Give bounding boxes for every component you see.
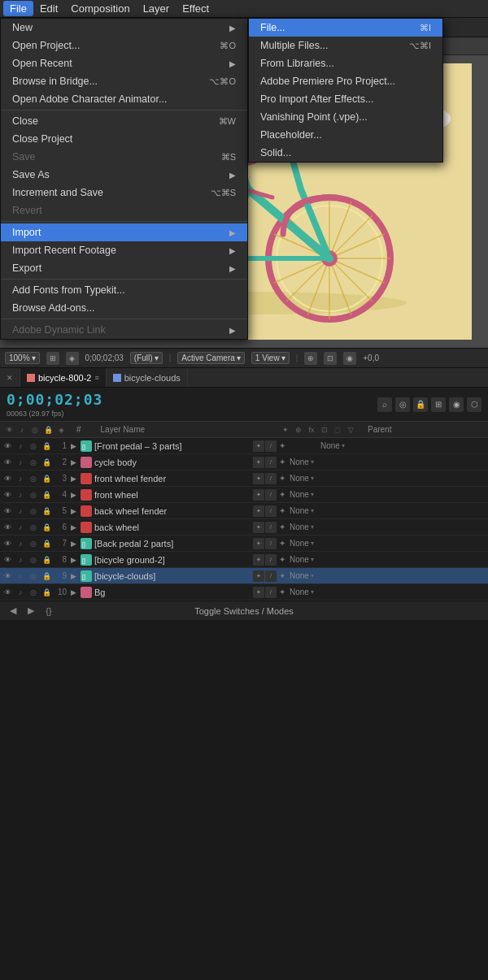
tl-bottom-icon-3[interactable]: {}	[42, 605, 55, 618]
expand-10[interactable]: ▶	[68, 588, 78, 596]
comp-bar-icon-1[interactable]: ⊞	[46, 352, 59, 365]
menu-save-as[interactable]: Save As ▶	[1, 166, 247, 184]
solo-toggle-4[interactable]: ◎	[28, 489, 39, 501]
menu-item-effect[interactable]: Effect	[176, 1, 216, 16]
import-solid[interactable]: Solid...	[249, 144, 442, 162]
solo-toggle-7[interactable]: ◎	[28, 538, 39, 549]
eye-toggle-10[interactable]: 👁	[2, 587, 13, 598]
audio-toggle-8[interactable]: ♪	[15, 554, 26, 566]
menu-revert[interactable]: Revert	[1, 202, 247, 219]
quality-dropdown[interactable]: (Full) ▾	[130, 352, 163, 364]
expand-2[interactable]: ▶	[68, 458, 78, 466]
lock-toggle-4[interactable]: 🔒	[41, 489, 52, 501]
expand-9[interactable]: ▶	[68, 572, 78, 580]
lock-toggle-6[interactable]: 🔒	[41, 522, 52, 533]
audio-toggle-10[interactable]: ♪	[15, 587, 26, 598]
tl-tab-close[interactable]: ✕	[0, 368, 20, 387]
audio-toggle-3[interactable]: ♪	[15, 473, 26, 484]
comp-bar-icon-2[interactable]: ◈	[66, 352, 79, 365]
eye-toggle-8[interactable]: 👁	[2, 554, 13, 566]
tl-switches-icon[interactable]: ⊞	[431, 397, 446, 412]
lock-toggle-9[interactable]: 🔒	[41, 570, 52, 582]
menu-item-composition[interactable]: Composition	[64, 1, 136, 16]
timecode-display[interactable]: 0;00;02;03	[7, 391, 102, 408]
lock-toggle-7[interactable]: 🔒	[41, 538, 52, 549]
parent-select-2[interactable]: None ▾	[290, 457, 314, 466]
parent-select-9[interactable]: None ▾	[290, 571, 314, 580]
menu-export[interactable]: Export ▶	[1, 259, 247, 277]
expand-1[interactable]: ▶	[68, 442, 78, 450]
import-vanishing-point[interactable]: Vanishing Point (.vpe)...	[249, 108, 442, 126]
tl-lock-icon[interactable]: 🔒	[413, 397, 428, 412]
menu-item-edit[interactable]: Edit	[33, 1, 64, 16]
solo-toggle-6[interactable]: ◎	[28, 522, 39, 533]
parent-select-8[interactable]: None ▾	[290, 555, 314, 564]
audio-toggle-2[interactable]: ♪	[15, 457, 26, 468]
parent-select-4[interactable]: None ▾	[290, 490, 314, 499]
parent-select-1[interactable]: None ▾	[320, 441, 345, 450]
comp-bar-icon-5[interactable]: ◉	[343, 352, 356, 365]
expand-3[interactable]: ▶	[68, 475, 78, 483]
expand-6[interactable]: ▶	[68, 523, 78, 531]
menu-new[interactable]: New ▶	[1, 19, 247, 37]
import-placeholder[interactable]: Placeholder...	[249, 126, 442, 144]
audio-toggle-1[interactable]: ♪	[15, 440, 26, 452]
menu-close-project[interactable]: Close Project	[1, 130, 247, 148]
tl-tab-clouds[interactable]: bicycle-clouds	[107, 368, 188, 387]
lock-toggle-1[interactable]: 🔒	[41, 440, 52, 452]
menu-add-fonts[interactable]: Add Fonts from Typekit...	[1, 281, 247, 299]
menu-item-layer[interactable]: Layer	[137, 1, 176, 16]
tl-tab-options[interactable]: ≡	[94, 374, 98, 382]
parent-select-3[interactable]: None ▾	[290, 474, 314, 483]
import-pro-import[interactable]: Pro Import After Effects...	[249, 90, 442, 108]
lock-toggle-2[interactable]: 🔒	[41, 457, 52, 468]
view-dropdown[interactable]: 1 View ▾	[251, 352, 290, 364]
solo-toggle-10[interactable]: ◎	[28, 587, 39, 598]
expand-7[interactable]: ▶	[68, 540, 78, 548]
tl-motion-blur-icon[interactable]: ◉	[449, 397, 464, 412]
import-premiere-pro[interactable]: Adobe Premiere Pro Project...	[249, 72, 442, 90]
audio-toggle-9[interactable]: ♪	[15, 570, 26, 582]
eye-toggle-3[interactable]: 👁	[2, 473, 13, 484]
eye-toggle-4[interactable]: 👁	[2, 489, 13, 501]
tl-solo-icon[interactable]: ◎	[395, 397, 410, 412]
tl-tab-bicycle800[interactable]: bicycle-800-2 ≡	[20, 368, 107, 387]
camera-dropdown[interactable]: Active Camera ▾	[177, 352, 245, 364]
lock-toggle-3[interactable]: 🔒	[41, 473, 52, 484]
parent-select-5[interactable]: None ▾	[290, 506, 314, 515]
lock-toggle-5[interactable]: 🔒	[41, 505, 52, 517]
menu-open-character-animator[interactable]: Open Adobe Character Animator...	[1, 90, 247, 108]
expand-8[interactable]: ▶	[68, 556, 78, 564]
solo-toggle-8[interactable]: ◎	[28, 554, 39, 566]
eye-toggle-9[interactable]: 👁	[2, 570, 13, 582]
menu-item-file[interactable]: File	[3, 1, 33, 16]
zoom-control[interactable]: 100% ▾	[5, 352, 40, 364]
import-file[interactable]: File... ⌘I	[249, 19, 442, 37]
menu-import[interactable]: Import ▶	[1, 223, 247, 241]
menu-browse-bridge[interactable]: Browse in Bridge... ⌥⌘O	[1, 72, 247, 90]
menu-increment-save[interactable]: Increment and Save ⌥⌘S	[1, 184, 247, 202]
audio-toggle-5[interactable]: ♪	[15, 505, 26, 517]
import-from-libraries[interactable]: From Libraries...	[249, 54, 442, 72]
expand-5[interactable]: ▶	[68, 507, 78, 515]
comp-bar-icon-3[interactable]: ⊕	[304, 352, 317, 365]
menu-open-recent[interactable]: Open Recent ▶	[1, 54, 247, 72]
solo-toggle-3[interactable]: ◎	[28, 473, 39, 484]
lock-toggle-8[interactable]: 🔒	[41, 554, 52, 566]
lock-toggle-10[interactable]: 🔒	[41, 587, 52, 598]
audio-toggle-6[interactable]: ♪	[15, 522, 26, 533]
comp-bar-icon-4[interactable]: ⊡	[324, 352, 337, 365]
eye-toggle-2[interactable]: 👁	[2, 457, 13, 468]
tl-render-icon[interactable]: ⬡	[467, 397, 481, 412]
menu-open-project[interactable]: Open Project... ⌘O	[1, 37, 247, 54]
menu-import-recent-footage[interactable]: Import Recent Footage ▶	[1, 241, 247, 259]
eye-toggle-5[interactable]: 👁	[2, 505, 13, 517]
audio-toggle-7[interactable]: ♪	[15, 538, 26, 549]
zoom-dropdown[interactable]: 100% ▾	[5, 352, 40, 364]
expand-4[interactable]: ▶	[68, 491, 78, 499]
tl-search-icon[interactable]: ⌕	[377, 397, 392, 412]
menu-close[interactable]: Close ⌘W	[1, 112, 247, 130]
menu-adobe-dynamic-link[interactable]: Adobe Dynamic Link ▶	[1, 321, 247, 339]
parent-select-10[interactable]: None ▾	[290, 588, 314, 596]
tl-bottom-icon-1[interactable]: ◀	[7, 605, 20, 618]
